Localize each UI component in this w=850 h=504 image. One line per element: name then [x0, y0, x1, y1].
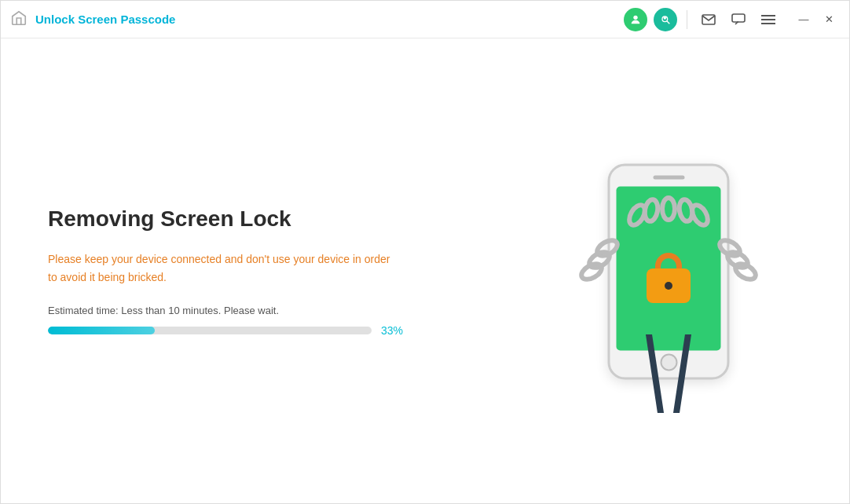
svg-line-20 [649, 334, 661, 413]
svg-line-2 [667, 21, 669, 24]
page-heading: Removing Screen Lock [48, 206, 504, 232]
titlebar: Unlock Screen Passcode [1, 1, 849, 38]
progress-bar-background [48, 327, 372, 334]
progress-percent: 33% [381, 324, 409, 337]
search-user-icon-button[interactable] [654, 8, 677, 31]
lock-keyhole [665, 282, 672, 290]
left-section: Removing Screen Lock Please keep your de… [48, 206, 535, 337]
chat-icon-button[interactable] [727, 8, 750, 31]
svg-point-16 [643, 199, 660, 222]
svg-point-19 [689, 203, 711, 228]
svg-point-3 [664, 16, 666, 19]
app-title: Unlock Screen Passcode [35, 13, 175, 26]
progress-bar-fill [48, 327, 155, 334]
progress-container: 33% [48, 324, 409, 337]
svg-point-0 [633, 15, 637, 19]
titlebar-icons: — ✕ [624, 8, 840, 31]
home-icon[interactable] [10, 9, 27, 30]
warning-text: Please keep your device connected and do… [48, 250, 441, 286]
window-controls: — ✕ [793, 9, 840, 31]
right-section [535, 122, 802, 421]
lock-icon [647, 253, 691, 303]
svg-line-21 [676, 334, 688, 413]
warning-text-line2: to avoid it being bricked. [48, 271, 167, 283]
menu-icon-button[interactable] [757, 8, 780, 31]
divider [687, 10, 687, 29]
tools-svg [617, 334, 720, 413]
minimize-button[interactable]: — [793, 9, 815, 31]
main-content: Removing Screen Lock Please keep your de… [1, 38, 849, 504]
phone-illustration [559, 122, 779, 421]
svg-rect-5 [732, 14, 745, 22]
svg-point-17 [662, 198, 675, 220]
estimated-time-label: Estimated time: Less than 10 minutes. Pl… [48, 305, 504, 316]
user-icon-button[interactable] [624, 8, 647, 31]
close-button[interactable]: ✕ [818, 9, 840, 31]
titlebar-left: Unlock Screen Passcode [10, 9, 624, 30]
warning-text-line1: Please keep your device connected and do… [48, 253, 390, 265]
lock-shackle [655, 253, 682, 270]
lock-body [647, 268, 691, 303]
mail-icon-button[interactable] [697, 8, 720, 31]
svg-point-11 [579, 261, 604, 283]
svg-point-14 [733, 261, 758, 283]
